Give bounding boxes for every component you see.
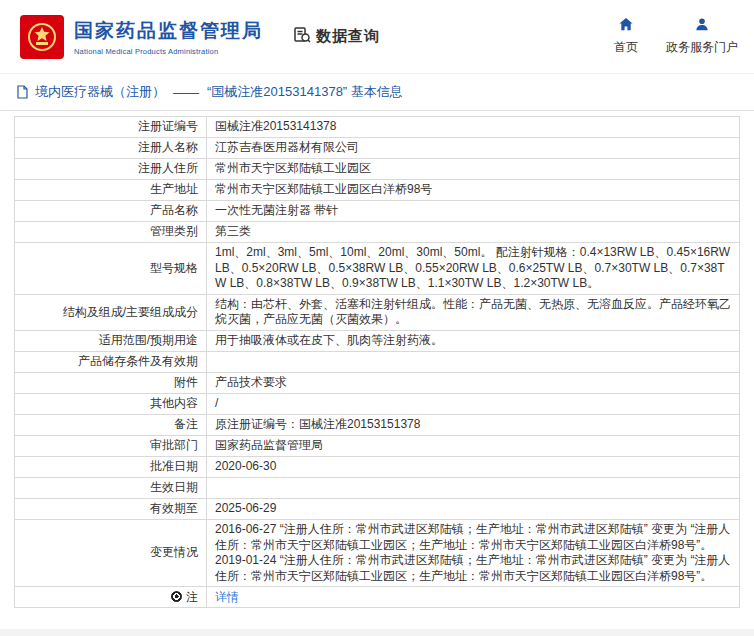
- table-row: 其他内容/: [15, 393, 740, 414]
- home-icon: [618, 17, 634, 36]
- row-label-text: 变更情况: [150, 545, 198, 559]
- row-label: 产品名称: [15, 201, 207, 222]
- note-icon: [171, 591, 182, 602]
- row-label: 产品储存条件及有效期: [15, 351, 207, 372]
- agency-name-en: National Medical Products Administration: [74, 47, 263, 56]
- page-title: “国械注准20153141378” 基本信息: [207, 83, 403, 101]
- table-row: 管理类别第三类: [15, 222, 740, 243]
- row-label-text: 有效期至: [150, 501, 198, 515]
- row-label-text: 附件: [174, 375, 198, 389]
- person-icon: [694, 17, 710, 36]
- row-value: 原注册证编号：国械注准20153151378: [207, 414, 740, 435]
- data-query-tab[interactable]: 数据查询: [293, 26, 380, 48]
- footer-strip: [0, 629, 754, 636]
- table-row: 附件产品技术要求: [15, 372, 740, 393]
- breadcrumb-category: 境内医疗器械（注册）: [35, 83, 165, 101]
- table-row: 批准日期2020-06-30: [15, 456, 740, 477]
- row-label: 结构及组成/主要组成成分: [15, 294, 207, 330]
- info-table-body: 注册证编号国械注准20153141378注册人名称江苏吉春医用器材有限公司注册人…: [15, 117, 740, 608]
- row-value: 2025-06-29: [207, 498, 740, 519]
- nav-home[interactable]: 首页: [614, 17, 638, 56]
- row-value: [207, 477, 740, 498]
- table-row: 注详情: [15, 587, 740, 608]
- row-label-text: 结构及组成/主要组成成分: [63, 305, 198, 319]
- table-row: 有效期至2025-06-29: [15, 498, 740, 519]
- row-value: 详情: [207, 587, 740, 608]
- row-label: 生效日期: [15, 477, 207, 498]
- row-label-text: 型号规格: [150, 261, 198, 275]
- row-label: 审批部门: [15, 435, 207, 456]
- data-query-icon: [293, 26, 311, 48]
- agency-name: 国家药品监督管理局: [74, 18, 263, 44]
- row-label-text: 审批部门: [150, 438, 198, 452]
- breadcrumb-dash: ——: [173, 85, 199, 100]
- row-label-text: 适用范围/预期用途: [99, 333, 198, 347]
- table-row: 注册证编号国械注准20153141378: [15, 117, 740, 138]
- table-row: 结构及组成/主要组成成分结构：由芯杆、外套、活塞和注射针组成。性能：产品无菌、无…: [15, 294, 740, 330]
- row-value: 2016-06-27 “注册人住所：常州市武进区郑陆镇；生产地址：常州市武进区郑…: [207, 519, 740, 586]
- row-value: 1ml、2ml、3ml、5ml、10ml、20ml、30ml、50ml。 配注射…: [207, 243, 740, 295]
- table-row: 型号规格1ml、2ml、3ml、5ml、10ml、20ml、30ml、50ml。…: [15, 243, 740, 295]
- row-value: 结构：由芯杆、外套、活塞和注射针组成。性能：产品无菌、无热原、无溶血反应。产品经…: [207, 294, 740, 330]
- nmpa-logo: [20, 15, 64, 59]
- row-value: 国械注准20153141378: [207, 117, 740, 138]
- agency-title-block: 国家药品监督管理局 National Medical Products Admi…: [74, 18, 263, 56]
- row-label: 批准日期: [15, 456, 207, 477]
- row-value: 国家药品监督管理局: [207, 435, 740, 456]
- row-label-text: 产品储存条件及有效期: [78, 354, 198, 368]
- row-label: 其他内容: [15, 393, 207, 414]
- nav-portal[interactable]: 政务服务门户: [666, 17, 738, 56]
- row-label-text: 产品名称: [150, 203, 198, 217]
- row-label: 备注: [15, 414, 207, 435]
- row-label: 注册人名称: [15, 138, 207, 159]
- table-row: 生效日期: [15, 477, 740, 498]
- table-row: 注册人名称江苏吉春医用器材有限公司: [15, 138, 740, 159]
- row-label-text: 生产地址: [150, 182, 198, 196]
- row-value: /: [207, 393, 740, 414]
- row-value: 2020-06-30: [207, 456, 740, 477]
- national-emblem-icon: [27, 22, 57, 52]
- table-row: 注册人住所常州市天宁区郑陆镇工业园区: [15, 159, 740, 180]
- row-value: 第三类: [207, 222, 740, 243]
- row-label: 注: [15, 587, 207, 608]
- row-value: 常州市天宁区郑陆镇工业园区: [207, 159, 740, 180]
- document-icon: [16, 85, 29, 99]
- nav-portal-label: 政务服务门户: [666, 39, 738, 56]
- row-label-text: 批准日期: [150, 459, 198, 473]
- row-label: 注册证编号: [15, 117, 207, 138]
- row-label: 管理类别: [15, 222, 207, 243]
- row-label: 变更情况: [15, 519, 207, 586]
- table-row: 审批部门国家药品监督管理局: [15, 435, 740, 456]
- row-value: [207, 351, 740, 372]
- table-row: 适用范围/预期用途用于抽吸液体或在皮下、肌肉等注射药液。: [15, 330, 740, 351]
- row-value: 用于抽吸液体或在皮下、肌肉等注射药液。: [207, 330, 740, 351]
- nav-home-label: 首页: [614, 39, 638, 56]
- row-label: 注册人住所: [15, 159, 207, 180]
- table-row: 产品储存条件及有效期: [15, 351, 740, 372]
- row-label-text: 备注: [174, 417, 198, 431]
- row-label: 型号规格: [15, 243, 207, 295]
- row-label-text: 其他内容: [150, 396, 198, 410]
- breadcrumb: 境内医疗器械（注册） —— “国械注准20153141378” 基本信息: [0, 74, 754, 111]
- row-value: 常州市天宁区郑陆镇工业园区白洋桥98号: [207, 180, 740, 201]
- row-value: 一次性无菌注射器 带针: [207, 201, 740, 222]
- row-label: 适用范围/预期用途: [15, 330, 207, 351]
- registration-info-table: 注册证编号国械注准20153141378注册人名称江苏吉春医用器材有限公司注册人…: [14, 116, 740, 608]
- row-label-text: 生效日期: [150, 480, 198, 494]
- table-row: 备注原注册证编号：国械注准20153151378: [15, 414, 740, 435]
- row-label: 附件: [15, 372, 207, 393]
- table-row: 生产地址常州市天宁区郑陆镇工业园区白洋桥98号: [15, 180, 740, 201]
- row-label-text: 注册人名称: [138, 140, 198, 154]
- row-value: 江苏吉春医用器材有限公司: [207, 138, 740, 159]
- header: 国家药品监督管理局 National Medical Products Admi…: [0, 0, 754, 74]
- row-label-text: 注: [186, 590, 198, 604]
- row-label-text: 注册人住所: [138, 161, 198, 175]
- detail-link[interactable]: 详情: [215, 590, 239, 604]
- table-row: 产品名称一次性无菌注射器 带针: [15, 201, 740, 222]
- row-label-text: 注册证编号: [138, 119, 198, 133]
- row-label: 生产地址: [15, 180, 207, 201]
- table-row: 变更情况2016-06-27 “注册人住所：常州市武进区郑陆镇；生产地址：常州市…: [15, 519, 740, 586]
- row-label-text: 管理类别: [150, 224, 198, 238]
- row-value: 产品技术要求: [207, 372, 740, 393]
- row-label: 有效期至: [15, 498, 207, 519]
